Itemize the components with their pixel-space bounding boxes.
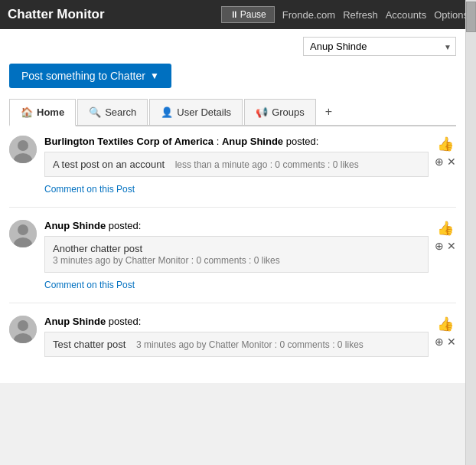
svg-point-4 bbox=[18, 224, 28, 235]
tab-groups-label: Groups bbox=[272, 106, 305, 118]
post-header: Burlington Textiles Corp of America : An… bbox=[44, 136, 429, 147]
post-body: Burlington Textiles Corp of America : An… bbox=[44, 136, 429, 195]
post-entity: Burlington Textiles Corp of America bbox=[44, 136, 214, 147]
action-icons: ⊕ ✕ bbox=[435, 240, 456, 252]
tab-user-details-label: User Details bbox=[177, 106, 231, 118]
post-actions: 👍 ⊕ ✕ bbox=[435, 136, 456, 168]
fronde-link[interactable]: Fronde.com bbox=[282, 9, 335, 21]
dropdown-arrow-icon: ▼ bbox=[150, 70, 159, 81]
options-link[interactable]: Options bbox=[434, 9, 468, 21]
tab-groups[interactable]: 📢 Groups bbox=[244, 99, 316, 125]
post-author: Anup Shinde bbox=[222, 136, 283, 147]
post-separator: : bbox=[217, 136, 222, 147]
user-icon: 👤 bbox=[161, 106, 173, 118]
post-action: posted: bbox=[109, 316, 142, 327]
post-body: Anup Shinde posted: Test chatter post 3 … bbox=[44, 316, 429, 363]
tab-home-label: Home bbox=[37, 106, 64, 118]
post-meta: 3 minutes ago by Chatter Monitor : 0 com… bbox=[53, 255, 280, 266]
post-author: Anup Shinde bbox=[44, 220, 106, 231]
svg-point-7 bbox=[18, 320, 28, 331]
avatar bbox=[9, 316, 37, 343]
account-selector-wrapper: Anup Shinde bbox=[303, 37, 456, 56]
remove-action-icon[interactable]: ✕ bbox=[447, 240, 456, 252]
main-content: Anup Shinde Post something to Chatter ▼ … bbox=[0, 29, 465, 383]
action-icons: ⊕ ✕ bbox=[435, 336, 456, 348]
home-icon: 🏠 bbox=[21, 106, 33, 118]
post-body: Anup Shinde posted: Another chatter post… bbox=[44, 220, 429, 290]
add-tab-button[interactable]: + bbox=[318, 99, 340, 125]
remove-action-icon[interactable]: ✕ bbox=[447, 336, 456, 348]
comment-on-post-link[interactable]: Comment on this Post bbox=[44, 280, 135, 290]
post-content: Test chatter post bbox=[53, 339, 126, 350]
post-content-box: Test chatter post 3 minutes ago by Chatt… bbox=[44, 332, 429, 357]
scrollbar-thumb[interactable] bbox=[466, 2, 476, 32]
add-action-icon[interactable]: ⊕ bbox=[435, 336, 444, 348]
account-row: Anup Shinde bbox=[9, 37, 456, 56]
tab-search[interactable]: 🔍 Search bbox=[77, 99, 148, 125]
post-item: Anup Shinde posted: Test chatter post 3 … bbox=[9, 316, 456, 375]
groups-icon: 📢 bbox=[256, 106, 268, 118]
post-content-box: A test post on an account less than a mi… bbox=[44, 152, 429, 177]
post-content: Another chatter post bbox=[53, 243, 142, 254]
search-icon: 🔍 bbox=[89, 106, 101, 118]
add-action-icon[interactable]: ⊕ bbox=[435, 240, 444, 252]
post-item: Burlington Textiles Corp of America : An… bbox=[9, 136, 456, 208]
app-title: Chatter Monitor bbox=[8, 7, 214, 22]
post-content: A test post on an account bbox=[53, 159, 165, 170]
like-icon[interactable]: 👍 bbox=[437, 316, 454, 332]
post-actions: 👍 ⊕ ✕ bbox=[435, 316, 456, 348]
comment-on-post-link[interactable]: Comment on this Post bbox=[44, 184, 135, 195]
pause-label: Pause bbox=[240, 9, 266, 20]
post-item: Anup Shinde posted: Another chatter post… bbox=[9, 220, 456, 303]
post-action: posted: bbox=[109, 220, 142, 231]
action-icons: ⊕ ✕ bbox=[435, 156, 456, 168]
post-header: Anup Shinde posted: bbox=[44, 220, 429, 231]
remove-action-icon[interactable]: ✕ bbox=[447, 156, 456, 168]
account-selector[interactable]: Anup Shinde bbox=[303, 37, 456, 56]
tab-user-details[interactable]: 👤 User Details bbox=[149, 99, 243, 125]
post-button-label: Post something to Chatter bbox=[21, 70, 145, 82]
tab-home[interactable]: 🏠 Home bbox=[9, 99, 76, 126]
post-header: Anup Shinde posted: bbox=[44, 316, 429, 327]
tabs-bar: 🏠 Home 🔍 Search 👤 User Details 📢 Groups … bbox=[9, 99, 456, 126]
tab-search-label: Search bbox=[105, 106, 136, 118]
post-content-box: Another chatter post 3 minutes ago by Ch… bbox=[44, 236, 429, 273]
pause-icon: ⏸ bbox=[230, 9, 237, 20]
post-to-chatter-button[interactable]: Post something to Chatter ▼ bbox=[9, 64, 171, 88]
svg-point-1 bbox=[18, 140, 28, 151]
post-action: posted: bbox=[286, 136, 319, 147]
add-action-icon[interactable]: ⊕ bbox=[435, 156, 444, 168]
pause-button[interactable]: ⏸ Pause bbox=[221, 6, 275, 23]
like-icon[interactable]: 👍 bbox=[437, 220, 454, 237]
refresh-link[interactable]: Refresh bbox=[343, 9, 378, 21]
accounts-link[interactable]: Accounts bbox=[386, 9, 426, 21]
header-bar: Chatter Monitor ⏸ Pause Fronde.com Refre… bbox=[0, 0, 476, 29]
avatar bbox=[9, 136, 37, 163]
scrollbar[interactable] bbox=[465, 0, 476, 465]
post-meta: 3 minutes ago by Chatter Monitor : 0 com… bbox=[136, 339, 364, 350]
post-meta: less than a minute ago : 0 comments : 0 … bbox=[175, 159, 359, 170]
like-icon[interactable]: 👍 bbox=[437, 136, 454, 152]
post-actions: 👍 ⊕ ✕ bbox=[435, 220, 456, 252]
post-author: Anup Shinde bbox=[44, 316, 106, 327]
avatar bbox=[9, 220, 37, 247]
